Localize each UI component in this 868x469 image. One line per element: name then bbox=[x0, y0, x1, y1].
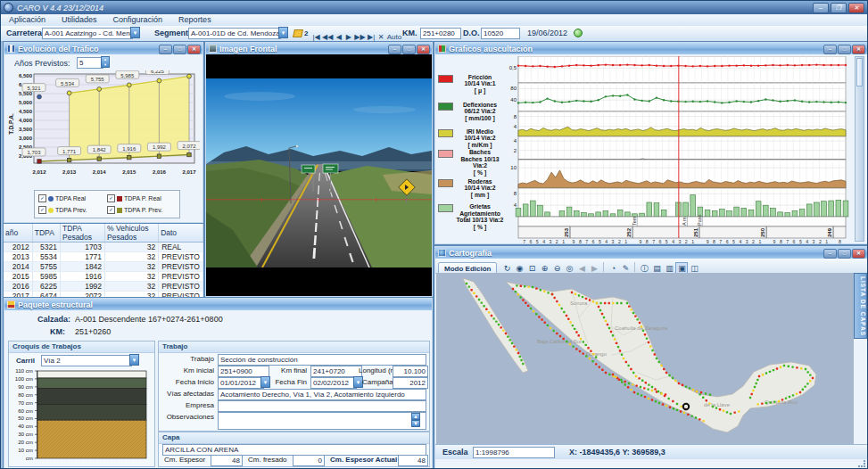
anios-spinner[interactable]: ▲▼ bbox=[101, 56, 110, 68]
empresa-field[interactable] bbox=[218, 400, 426, 412]
km-inicial-label: Km inicial bbox=[162, 366, 214, 374]
svg-text:90 cm: 90 cm bbox=[18, 383, 33, 390]
column-header-4[interactable]: Dato bbox=[159, 224, 203, 243]
tdpa-table[interactable]: añoTDPATDPA Pesados% Vehiculos PesadosDa… bbox=[4, 224, 203, 301]
minimize-icon[interactable]: – bbox=[823, 249, 837, 259]
circle-marker-icon bbox=[48, 196, 54, 202]
svg-text:1: 1 bbox=[624, 239, 627, 244]
km-field[interactable]: 251+0280 bbox=[420, 28, 461, 39]
maximize-button[interactable]: ❐ bbox=[831, 3, 847, 13]
escala-field[interactable]: 1:1998796 bbox=[473, 447, 555, 458]
column-header-2[interactable]: TDPA Pesados bbox=[60, 224, 104, 243]
resize-grip[interactable] bbox=[858, 460, 865, 467]
legend-tdpa-p-prev-[interactable]: ✓TDPA P. Prev. bbox=[107, 204, 176, 216]
legend-checkbox[interactable]: ✓ bbox=[107, 194, 115, 202]
fecha-inicio-field[interactable]: 01/01/2012 bbox=[218, 377, 264, 389]
km-final-label: Km final bbox=[268, 366, 307, 374]
evolucion-title-bar: Evolución del Tráfico – □ ✕ bbox=[4, 43, 203, 54]
trabajo-field[interactable]: Sección de construcción bbox=[218, 354, 426, 366]
svg-text:253: 253 bbox=[564, 227, 569, 237]
svg-text:Tem: Tem bbox=[632, 216, 637, 226]
carril-combo[interactable]: Vía 2 bbox=[41, 355, 132, 366]
carretera-dropdown-icon[interactable]: ▼ bbox=[130, 27, 140, 38]
fecha-fin-field[interactable]: 02/02/2012 bbox=[310, 377, 357, 389]
segmento-combo[interactable]: A-001-01D de Cd. Mendoza A Acatzingo bbox=[188, 28, 281, 39]
legend-label: TDPA Prev. bbox=[55, 207, 87, 213]
legend-checkbox[interactable]: ✓ bbox=[38, 194, 46, 202]
svg-text:1,771: 1,771 bbox=[62, 149, 77, 154]
observaciones-field[interactable] bbox=[218, 412, 426, 430]
legend-tdpa-real[interactable]: ✓TDPA Real bbox=[38, 193, 107, 204]
svg-text:3: 3 bbox=[612, 239, 615, 244]
column-header-3[interactable]: % Vehiculos Pesados bbox=[105, 224, 159, 243]
minimize-button[interactable]: – bbox=[813, 3, 829, 13]
svg-text:3,000: 3,000 bbox=[19, 136, 33, 141]
column-header-1[interactable]: TDPA bbox=[32, 224, 60, 243]
svg-text:2,017: 2,017 bbox=[182, 169, 196, 175]
svg-text:de la Llave: de la Llave bbox=[704, 402, 731, 407]
espesor-actual-field[interactable]: 48 bbox=[398, 455, 428, 466]
road-sign-left bbox=[302, 165, 315, 173]
menu-item-configuracin[interactable]: Configuración bbox=[105, 14, 171, 26]
menu-item-reportes[interactable]: Reportes bbox=[170, 14, 219, 26]
svg-text:1: 1 bbox=[758, 239, 761, 244]
maximize-icon[interactable]: □ bbox=[173, 45, 186, 54]
svg-text:6,500: 6,500 bbox=[19, 73, 33, 78]
observaciones-scroll-up-icon[interactable]: ▲ bbox=[411, 413, 420, 420]
table-row[interactable]: 20155985191632PREVISTO bbox=[4, 272, 203, 282]
anios-previstos-field[interactable]: 5 bbox=[77, 57, 103, 69]
minimize-icon[interactable]: – bbox=[823, 45, 837, 54]
observaciones-scroll-down-icon[interactable]: ▼ bbox=[411, 420, 420, 427]
carretera-label: Carretera bbox=[6, 29, 42, 37]
vertical-scrollbar[interactable] bbox=[855, 56, 864, 242]
close-icon[interactable]: ✕ bbox=[187, 45, 201, 54]
svg-text:1: 1 bbox=[691, 239, 694, 244]
legend-tdpa-p-real[interactable]: ✓TDPA P. Real bbox=[107, 193, 176, 204]
legend-checkbox[interactable]: ✓ bbox=[107, 206, 115, 214]
espesor-field[interactable]: 48 bbox=[211, 455, 243, 466]
lista-capas-tab[interactable]: LISTA DE CAPAS bbox=[854, 273, 867, 339]
campana-field[interactable]: 2012 bbox=[393, 377, 428, 389]
close-icon[interactable]: ✕ bbox=[852, 249, 865, 259]
column-header-0[interactable]: año bbox=[4, 224, 32, 243]
maximize-icon[interactable]: □ bbox=[838, 249, 851, 259]
do-field[interactable]: 10520 bbox=[481, 28, 520, 39]
carretera-combo[interactable]: A-001 Acatzingo - Cd. Mendoza bbox=[42, 28, 133, 39]
svg-text:8: 8 bbox=[514, 114, 517, 119]
legend-checkbox[interactable]: ✓ bbox=[38, 206, 46, 214]
legend-label: TDPA P. Prev. bbox=[124, 207, 162, 213]
menu-item-aplicacin[interactable]: Aplicación bbox=[1, 14, 54, 26]
table-row[interactable]: 20145755184232PREVISTO bbox=[4, 262, 203, 272]
close-icon[interactable]: ✕ bbox=[852, 45, 865, 54]
maximize-icon[interactable]: □ bbox=[838, 45, 851, 54]
mexico-map[interactable]: Baja California SurSonoraCoahuila de Zar… bbox=[436, 273, 854, 445]
imagen-title-bar: Imagen Frontal – □ ✕ bbox=[206, 43, 432, 54]
date-refresh-icon[interactable] bbox=[574, 29, 583, 37]
close-icon[interactable]: ✕ bbox=[417, 45, 430, 54]
svg-text:5,534: 5,534 bbox=[61, 81, 75, 86]
close-button[interactable]: ✕ bbox=[848, 3, 864, 13]
maximize-icon[interactable]: □ bbox=[402, 45, 416, 54]
table-row[interactable]: 20125321170332REAL bbox=[4, 243, 203, 252]
tag-button[interactable]: 2 bbox=[293, 29, 308, 37]
fresado-field[interactable]: 0 bbox=[293, 455, 325, 466]
fecha-inicio-dropdown-icon[interactable]: ▼ bbox=[260, 376, 270, 388]
swatch-icon bbox=[438, 150, 453, 158]
svg-text:40: 40 bbox=[510, 97, 517, 103]
cell: 32 bbox=[105, 252, 159, 262]
minimize-icon[interactable]: – bbox=[388, 45, 401, 54]
vias-afectadas-field[interactable]: Acotamiento Derecho, Vía 1, Vía 2, Acota… bbox=[218, 389, 426, 400]
longitud-field[interactable]: 10.100 bbox=[393, 366, 428, 377]
carril-dropdown-icon[interactable]: ▼ bbox=[129, 354, 139, 366]
espesor-actual-label: Cm. Espesor Actual bbox=[330, 456, 397, 464]
segmento-dropdown-icon[interactable]: ▼ bbox=[278, 27, 288, 38]
fecha-fin-label: Fecha Fin bbox=[271, 378, 307, 386]
table-row[interactable]: 20166225199232PREVISTO bbox=[4, 282, 203, 292]
legend-tdpa-prev-[interactable]: ✓TDPA Prev. bbox=[38, 204, 107, 216]
fecha-inicio-label: Fecha Inicio bbox=[162, 378, 214, 386]
vias-afectadas-label: Vías afectadas bbox=[162, 390, 214, 398]
menu-item-utilidades[interactable]: Utilidades bbox=[54, 14, 105, 26]
table-row[interactable]: 20135534177132PREVISTO bbox=[4, 252, 203, 262]
minimize-icon[interactable]: – bbox=[159, 45, 172, 54]
svg-text:4: 4 bbox=[739, 239, 741, 244]
